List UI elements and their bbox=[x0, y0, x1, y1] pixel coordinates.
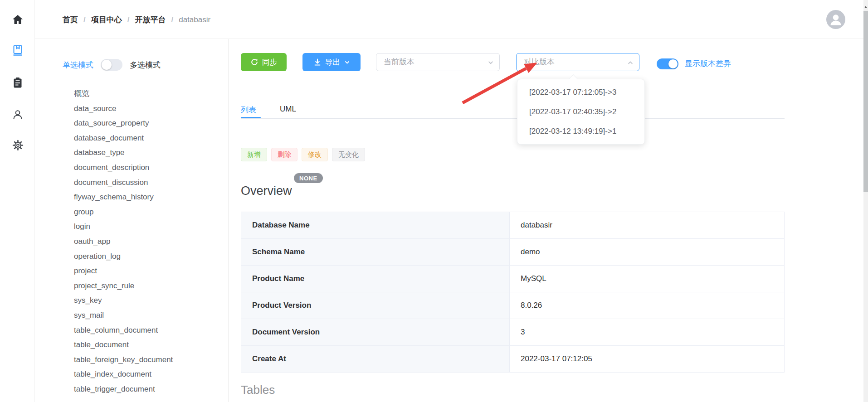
compare-version-placeholder: 对比版本 bbox=[524, 53, 555, 71]
tables-section-title: Tables bbox=[241, 383, 275, 397]
table-row: Create At 2022-03-17 07:12:05 bbox=[241, 346, 784, 373]
panel-divider bbox=[228, 39, 229, 402]
tab-active-indicator bbox=[241, 117, 261, 118]
mode-toggle-knob bbox=[102, 60, 112, 70]
dropdown-option[interactable]: [2022-03-12 13:49:19]->1 bbox=[517, 121, 644, 141]
tabbar-divider bbox=[241, 118, 785, 119]
row-label: Schema Name bbox=[241, 239, 510, 265]
breadcrumb-separator: / bbox=[83, 15, 86, 24]
export-button[interactable]: 导出 bbox=[302, 53, 361, 71]
show-diff-label: 显示版本差异 bbox=[685, 58, 731, 69]
home-icon-glyph bbox=[12, 14, 24, 25]
breadcrumb-separator: / bbox=[171, 15, 173, 24]
overview-table: Database Name databasir Schema Name demo… bbox=[241, 212, 785, 373]
list-item[interactable]: sys_mail bbox=[74, 308, 173, 323]
list-item[interactable]: project_sync_rule bbox=[74, 279, 173, 294]
download-icon bbox=[313, 58, 322, 66]
row-label: Product Name bbox=[241, 266, 510, 292]
list-item[interactable]: login bbox=[74, 219, 173, 234]
list-item-overview[interactable]: 概览 bbox=[74, 87, 173, 102]
compare-version-select[interactable]: 对比版本 bbox=[516, 53, 639, 71]
list-item[interactable]: document_discussion bbox=[74, 175, 173, 190]
breadcrumb-project-center[interactable]: 项目中心 bbox=[91, 15, 122, 25]
list-item[interactable]: data_source bbox=[74, 102, 173, 116]
sync-button[interactable]: 同步 bbox=[241, 53, 287, 71]
dropdown-option[interactable]: [2022-03-17 07:12:05]->3 bbox=[517, 82, 644, 102]
list-item[interactable]: table_column_document bbox=[74, 323, 173, 338]
row-value: 3 bbox=[510, 319, 784, 345]
legend-tags: 新增 删除 修改 无变化 bbox=[241, 148, 365, 161]
table-list-panel: 单选模式 多选模式 概览 data_source data_source_pro… bbox=[35, 39, 228, 402]
list-item[interactable]: database_document bbox=[74, 131, 173, 146]
show-diff-toggle[interactable] bbox=[657, 58, 678, 69]
tab-list[interactable]: 列表 bbox=[241, 105, 256, 115]
home-icon[interactable] bbox=[11, 13, 24, 26]
version-dropdown: [2022-03-17 07:12:05]->3 [2022-03-17 02:… bbox=[517, 79, 645, 145]
dropdown-caret bbox=[569, 74, 578, 83]
scrollbar-up-arrow-icon[interactable] bbox=[864, 6, 867, 8]
list-item[interactable]: oauth_app bbox=[74, 234, 173, 249]
breadcrumb-open-platform[interactable]: 开放平台 bbox=[135, 15, 166, 25]
list-item[interactable]: document_description bbox=[74, 160, 173, 175]
tag-unchanged: 无变化 bbox=[332, 148, 365, 161]
chevron-down-icon bbox=[488, 59, 494, 66]
avatar-icon bbox=[826, 10, 845, 29]
clipboard-icon[interactable] bbox=[11, 76, 24, 89]
row-value: databasir bbox=[510, 212, 784, 238]
book-icon[interactable] bbox=[11, 44, 24, 57]
list-item[interactable]: database_type bbox=[74, 145, 173, 160]
list-item[interactable]: operation_log bbox=[74, 249, 173, 264]
table-row: Product Version 8.0.26 bbox=[241, 292, 784, 319]
status-badge: NONE bbox=[294, 173, 323, 183]
tab-uml[interactable]: UML bbox=[280, 105, 296, 114]
current-version-placeholder: 当前版本 bbox=[384, 53, 414, 71]
nav-rail bbox=[0, 0, 34, 402]
clipboard-icon-glyph bbox=[12, 77, 23, 89]
breadcrumb-home[interactable]: 首页 bbox=[63, 15, 78, 25]
breadcrumb-current: databasir bbox=[179, 15, 210, 24]
overview-title: Overview bbox=[241, 184, 292, 198]
list-item[interactable]: table_document bbox=[74, 338, 173, 353]
row-label: Database Name bbox=[241, 212, 510, 238]
list-item[interactable]: table_trigger_document bbox=[74, 382, 173, 397]
current-version-select[interactable]: 当前版本 bbox=[376, 53, 500, 71]
chevron-up-icon bbox=[627, 59, 634, 66]
book-icon-glyph bbox=[12, 44, 24, 56]
table-row: Product Name MySQL bbox=[241, 266, 784, 292]
row-label: Product Version bbox=[241, 292, 510, 319]
sync-button-label: 同步 bbox=[262, 57, 278, 68]
refresh-icon bbox=[250, 58, 258, 66]
user-icon-glyph bbox=[12, 109, 24, 121]
mode-switch-row: 单选模式 多选模式 bbox=[63, 59, 161, 71]
gear-icon-glyph bbox=[12, 139, 24, 151]
dropdown-option[interactable]: [2022-03-17 02:40:35]->2 bbox=[517, 102, 644, 121]
multi-mode-label: 多选模式 bbox=[130, 60, 161, 70]
list-item[interactable]: sys_key bbox=[74, 293, 173, 308]
export-button-label: 导出 bbox=[325, 57, 341, 68]
list-item[interactable]: table_index_document bbox=[74, 367, 173, 382]
table-row: Document Version 3 bbox=[241, 319, 784, 346]
list-item[interactable]: user bbox=[74, 397, 173, 402]
mode-toggle[interactable] bbox=[101, 59, 122, 71]
avatar[interactable] bbox=[826, 10, 845, 29]
list-item[interactable]: flyway_schema_history bbox=[74, 190, 173, 205]
row-value: MySQL bbox=[510, 266, 784, 292]
tag-deleted: 删除 bbox=[271, 148, 297, 161]
user-icon[interactable] bbox=[11, 108, 24, 121]
row-value: demo bbox=[510, 239, 784, 265]
row-value: 8.0.26 bbox=[510, 292, 784, 319]
list-item[interactable]: group bbox=[74, 205, 173, 220]
list-item[interactable]: data_source_property bbox=[74, 116, 173, 131]
list-item[interactable]: table_foreign_key_document bbox=[74, 353, 173, 368]
scrollbar-thumb[interactable] bbox=[863, 11, 868, 192]
single-mode-label: 单选模式 bbox=[63, 60, 93, 70]
gear-icon[interactable] bbox=[11, 138, 24, 152]
tag-modified: 修改 bbox=[302, 148, 328, 161]
show-diff-toggle-knob bbox=[668, 59, 678, 68]
list-item[interactable]: project bbox=[74, 264, 173, 279]
row-value: 2022-03-17 07:12:05 bbox=[510, 346, 784, 372]
chevron-down-icon bbox=[344, 59, 350, 65]
breadcrumb: 首页 / 项目中心 / 开放平台 / databasir bbox=[63, 15, 210, 25]
table-list: 概览 data_source data_source_property data… bbox=[74, 87, 173, 402]
table-row: Database Name databasir bbox=[241, 212, 784, 239]
